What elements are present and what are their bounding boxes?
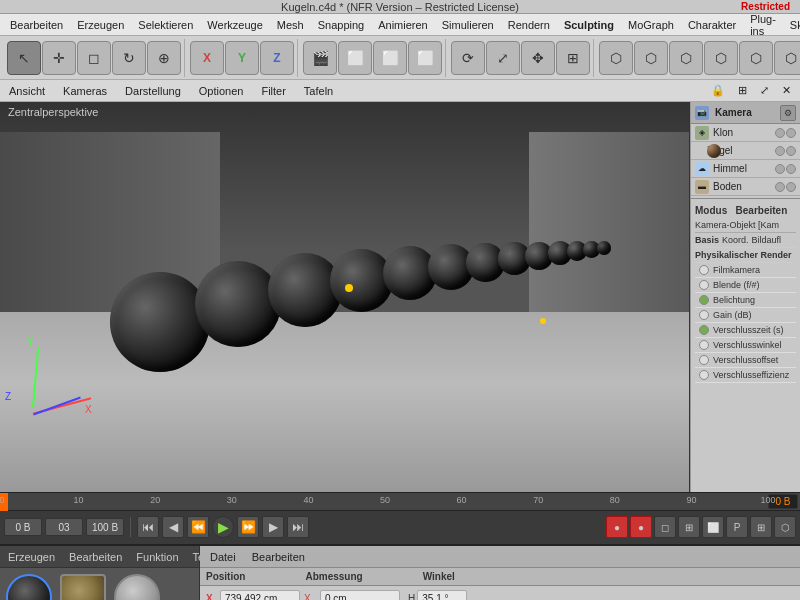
status-s2[interactable]: ⊞ [678, 516, 700, 538]
tl-step-fwd[interactable]: ⏩ [237, 516, 259, 538]
tool-move[interactable]: ✛ [42, 41, 76, 75]
menu-charakter[interactable]: Charakter [682, 17, 742, 33]
tb2-grid[interactable]: ⊞ [733, 83, 752, 98]
tb2-max[interactable]: ⤢ [755, 83, 774, 98]
attr-x-value[interactable]: 739.492 cm [220, 590, 300, 600]
attr-btn-datei[interactable]: Datei [204, 550, 242, 564]
menu-erzeugen[interactable]: Erzeugen [71, 17, 130, 33]
tl-play[interactable]: ▶ [212, 516, 234, 538]
tb2-lock[interactable]: 🔒 [706, 83, 730, 98]
verschlussoffset-toggle[interactable] [699, 355, 709, 365]
tool-render[interactable]: ⬜ [338, 41, 372, 75]
boden-dot2[interactable] [786, 182, 796, 192]
tool-s4[interactable]: ⬡ [704, 41, 738, 75]
verschlusseffizienz-toggle[interactable] [699, 370, 709, 380]
mat-bearbeiten[interactable]: Bearbeiten [65, 550, 126, 564]
gain-toggle[interactable] [699, 310, 709, 320]
tool-x[interactable]: X [190, 41, 224, 75]
tool-add[interactable]: ⊕ [147, 41, 181, 75]
attr-btn-bearbeiten[interactable]: Bearbeiten [246, 550, 311, 564]
rp-gain[interactable]: Gain (dB) [695, 308, 796, 323]
tl-fps[interactable]: 03 [45, 518, 83, 536]
tl-frame-b[interactable]: 0 B [4, 518, 42, 536]
tb2-kameras[interactable]: Kameras [58, 84, 112, 98]
menu-selektieren[interactable]: Selektieren [132, 17, 199, 33]
status-s3[interactable]: ⬜ [702, 516, 724, 538]
rp-tab-stereo[interactable]: Bildaufl [752, 235, 782, 245]
tb2-filter[interactable]: Filter [256, 84, 290, 98]
tool-nav4[interactable]: ⊞ [556, 41, 590, 75]
belichtung-toggle[interactable] [699, 295, 709, 305]
tool-render2[interactable]: ⬜ [373, 41, 407, 75]
attr-h-value[interactable]: 35.1 ° [417, 590, 467, 600]
klon-dot2[interactable] [786, 128, 796, 138]
status-s6[interactable]: ⬡ [774, 516, 796, 538]
menu-bearbeiten[interactable]: Bearbeiten [4, 17, 69, 33]
tl-next-frame[interactable]: ▶ [262, 516, 284, 538]
himmel-dot2[interactable] [786, 164, 796, 174]
rp-tab-basis[interactable]: Basis [695, 235, 719, 245]
menu-werkzeuge[interactable]: Werkzeuge [201, 17, 268, 33]
tl-step-back[interactable]: ⏪ [187, 516, 209, 538]
tool-select[interactable]: ↖ [7, 41, 41, 75]
menu-skript[interactable]: Skript [784, 17, 800, 33]
mat-erzeugen[interactable]: Erzeugen [4, 550, 59, 564]
mat-preview-3[interactable] [114, 574, 160, 600]
status-rec2[interactable]: ● [630, 516, 652, 538]
tool-y[interactable]: Y [225, 41, 259, 75]
himmel-dot1[interactable] [775, 164, 785, 174]
boden-dot1[interactable] [775, 182, 785, 192]
scene-item-himmel[interactable]: ☁ Himmel [691, 160, 800, 178]
menu-rendern[interactable]: Rendern [502, 17, 556, 33]
tb2-optionen[interactable]: Optionen [194, 84, 249, 98]
rp-verschlussoffset[interactable]: Verschlussoffset [695, 353, 796, 368]
menu-simulieren[interactable]: Simulieren [436, 17, 500, 33]
rp-tab-koord[interactable]: Koord. [722, 235, 749, 245]
menu-plugins[interactable]: Plug-ins [744, 11, 782, 39]
tool-s2[interactable]: ⬡ [634, 41, 668, 75]
tool-rotate[interactable]: ↻ [112, 41, 146, 75]
tool-s5[interactable]: ⬡ [739, 41, 773, 75]
menu-mograph[interactable]: MoGraph [622, 17, 680, 33]
kugel-dot2[interactable] [786, 146, 796, 156]
scene-item-klon[interactable]: ◈ Klon [691, 124, 800, 142]
tl-skip-end[interactable]: ⏭ [287, 516, 309, 538]
tool-render3[interactable]: ⬜ [408, 41, 442, 75]
tb2-darstellung[interactable]: Darstellung [120, 84, 186, 98]
scene-item-kugel[interactable]: Kugel [691, 142, 800, 160]
status-s4[interactable]: P [726, 516, 748, 538]
verschlusswinkel-toggle[interactable] [699, 340, 709, 350]
rp-verschlusswinkel[interactable]: Verschlusswinkel [695, 338, 796, 353]
tool-s3[interactable]: ⬡ [669, 41, 703, 75]
tool-z[interactable]: Z [260, 41, 294, 75]
menu-animieren[interactable]: Animieren [372, 17, 434, 33]
rp-blende[interactable]: Blende (f/#) [695, 278, 796, 293]
tb2-close[interactable]: ✕ [777, 83, 796, 98]
tl-maxframes[interactable]: 100 B [86, 518, 124, 536]
tool-s6[interactable]: ⬡ [774, 41, 800, 75]
rp-belichtung[interactable]: Belichtung [695, 293, 796, 308]
tool-nav3[interactable]: ✥ [521, 41, 555, 75]
tool-nav1[interactable]: ⟳ [451, 41, 485, 75]
tool-film[interactable]: 🎬 [303, 41, 337, 75]
filmkamera-toggle[interactable] [699, 265, 709, 275]
tb2-ansicht[interactable]: Ansicht [4, 84, 50, 98]
mat-preview-2[interactable] [60, 574, 106, 600]
tb2-tafeln[interactable]: Tafeln [299, 84, 338, 98]
tool-scale[interactable]: ◻ [77, 41, 111, 75]
mat-preview-1[interactable] [6, 574, 52, 600]
menu-mesh[interactable]: Mesh [271, 17, 310, 33]
viewport[interactable]: Zentralperspektive [0, 102, 690, 492]
tl-prev-frame[interactable]: ◀ [162, 516, 184, 538]
tl-skip-start[interactable]: ⏮ [137, 516, 159, 538]
status-s1[interactable]: ◻ [654, 516, 676, 538]
verschlusszeit-toggle[interactable] [699, 325, 709, 335]
rp-verschlusszeit[interactable]: Verschlusszeit (s) [695, 323, 796, 338]
klon-dot1[interactable] [775, 128, 785, 138]
menu-sculpting[interactable]: Sculpting [558, 17, 620, 33]
attr-x-extra[interactable]: 0 cm [320, 590, 400, 600]
rp-verschlusseffizienz[interactable]: Verschlusseffizienz [695, 368, 796, 383]
status-s5[interactable]: ⊞ [750, 516, 772, 538]
hierarchy-settings-btn[interactable]: ⚙ [780, 105, 796, 121]
menu-snapping[interactable]: Snapping [312, 17, 371, 33]
